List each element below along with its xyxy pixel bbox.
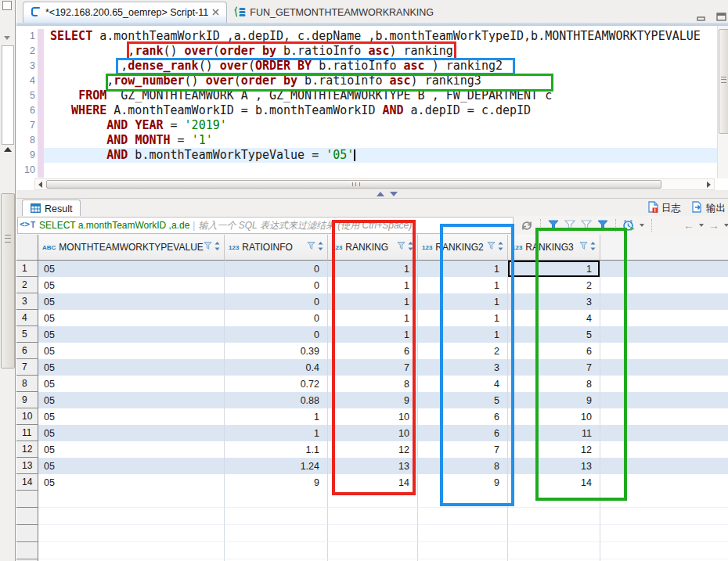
grid-cell[interactable]: 05 — [38, 293, 225, 310]
grid-cell[interactable] — [508, 508, 600, 525]
grid-cell[interactable]: 8 — [328, 376, 418, 392]
grid-cell[interactable]: 0.88 — [225, 392, 328, 408]
filter-edit-button[interactable] — [562, 218, 578, 233]
collapsed-view-icon[interactable] — [2, 1, 12, 10]
auto-refresh-dropdown-icon[interactable] — [640, 224, 644, 227]
sash-up-icon[interactable] — [377, 192, 384, 196]
grid-cell[interactable]: 9 — [328, 392, 418, 408]
scrollbar-thumb[interactable] — [46, 180, 661, 189]
grid-cell[interactable]: 1 — [225, 425, 328, 441]
row-header[interactable]: 9 — [16, 392, 38, 408]
grid-cell[interactable]: 1 — [225, 408, 328, 425]
grid-cell[interactable]: 1 — [328, 261, 418, 277]
grid-cell[interactable]: 05 — [38, 474, 225, 491]
grid-cell[interactable]: 1 — [328, 310, 418, 326]
editor-vertical-scrollbar[interactable] — [717, 26, 728, 178]
column-header-monthteamworktypevalue[interactable]: ABCMONTHTEAMWORKTYPEVALUE — [38, 235, 225, 261]
code-text[interactable]: SELECT a.monthTeamWorkID ,a.depID, c.dep… — [44, 29, 728, 44]
code-text[interactable] — [44, 163, 728, 178]
grid-corner-cell[interactable] — [16, 235, 38, 261]
code-text[interactable]: ,rank() over(order by b.ratioInfo asc) r… — [44, 44, 728, 59]
grid-cell[interactable]: 5 — [418, 392, 508, 408]
tab-sql-script[interactable]: *<192.168.200.65_oemrep> Script-11 — [23, 2, 227, 23]
code-text[interactable]: AND YEAR = '2019' — [44, 118, 728, 133]
grid-cell[interactable]: 0 — [225, 261, 328, 277]
grid-cell[interactable]: 11 — [508, 425, 600, 441]
grid-cell[interactable]: 1 — [328, 277, 418, 293]
grid-cell[interactable]: 4 — [418, 376, 508, 392]
grid-cell[interactable]: 9 — [508, 392, 600, 408]
grid-cell[interactable]: 05 — [38, 277, 225, 293]
grid-cell[interactable]: 05 — [38, 326, 225, 343]
grid-cell[interactable] — [418, 542, 508, 559]
grid-cell[interactable]: 0 — [225, 310, 328, 326]
minimize-icon[interactable] — [697, 10, 707, 24]
grid-cell[interactable]: 10 — [508, 408, 600, 425]
grid-cell[interactable]: 05 — [38, 343, 225, 359]
chevron-down-icon[interactable] — [4, 36, 10, 42]
grid-cell[interactable]: 9 — [418, 474, 508, 491]
grid-cell[interactable]: 05 — [38, 359, 225, 376]
grid-cell[interactable]: 5 — [508, 326, 600, 343]
grid-cell[interactable]: 10 — [328, 425, 418, 441]
grid-cell[interactable]: 1.24 — [225, 458, 328, 474]
next-dropdown-icon[interactable] — [724, 224, 728, 227]
grid-cell[interactable]: 4 — [508, 310, 600, 326]
scrollbar-thumb[interactable] — [719, 29, 728, 134]
next-arrow-icon[interactable]: → — [707, 219, 721, 232]
filter-sort-icon[interactable] — [579, 240, 596, 252]
code-line[interactable]: 3 ,dense_rank() over(ORDER BY b.ratioInf… — [16, 59, 728, 74]
grid-cell[interactable] — [225, 508, 328, 525]
code-text[interactable]: ,dense_rank() over(ORDER BY b.ratioInfo … — [44, 59, 728, 74]
row-header[interactable]: 14 — [16, 474, 38, 491]
grid-cell[interactable]: 1 — [508, 261, 600, 277]
row-header[interactable]: 1 — [16, 261, 38, 277]
grid-cell[interactable]: 0 — [225, 326, 328, 343]
row-header[interactable] — [16, 525, 38, 542]
grid-cell[interactable]: 0.39 — [225, 343, 328, 359]
grid-cell[interactable]: 1 — [418, 277, 508, 293]
row-header[interactable]: 11 — [16, 425, 38, 441]
grid-cell[interactable]: 1 — [418, 326, 508, 343]
row-header[interactable]: 4 — [16, 310, 38, 326]
row-header[interactable]: 3 — [16, 293, 38, 310]
grid-cell[interactable]: 05 — [38, 261, 225, 277]
left-scrollbar-track[interactable] — [2, 45, 14, 145]
column-header-ranking2[interactable]: 123RANKING2 — [418, 235, 508, 261]
filter-input[interactable]: <>T SELECT a.monthTeamWorkID ,a.de | 输入一… — [17, 217, 514, 234]
grid-cell[interactable]: 13 — [508, 458, 600, 474]
grid-cell[interactable]: 13 — [328, 458, 418, 474]
tab-result[interactable]: Result — [22, 200, 81, 218]
grid-cell[interactable]: 1 — [418, 261, 508, 277]
grid-cell[interactable] — [38, 525, 225, 542]
auto-refresh-button[interactable] — [621, 218, 636, 233]
code-line[interactable]: 2 ,rank() over(order by b.ratioInfo asc)… — [16, 44, 728, 59]
grid-cell[interactable]: 7 — [328, 359, 418, 376]
grid-cell[interactable] — [38, 508, 225, 525]
grid-cell[interactable]: 05 — [38, 441, 225, 458]
grid-cell[interactable]: 1 — [328, 326, 418, 343]
left-scrollbar-thumb[interactable] — [1, 193, 15, 369]
row-header[interactable]: 6 — [16, 343, 38, 359]
filter-remove-button[interactable] — [578, 218, 595, 233]
output-button[interactable]: 输出 — [692, 201, 726, 215]
grid-cell[interactable]: 05 — [38, 376, 225, 392]
filter-save-button[interactable] — [546, 218, 562, 233]
grid-cell[interactable]: 6 — [508, 343, 600, 359]
code-text[interactable]: FROM GZ_MONTHTEAMWORK A , GZ_MONTHTEAMWO… — [44, 88, 728, 103]
row-header[interactable] — [16, 491, 38, 508]
filter-sort-icon[interactable] — [307, 240, 324, 252]
sash-down-icon[interactable] — [390, 192, 398, 196]
maximize-icon[interactable] — [716, 10, 726, 24]
grid-cell[interactable]: 14 — [508, 474, 600, 491]
code-text[interactable]: WHERE A.monthTeamWorkID = b.monthTeamWor… — [44, 103, 728, 118]
grid-cell[interactable]: 1.1 — [225, 441, 328, 458]
grid-cell[interactable]: 0.4 — [225, 359, 328, 376]
grid-cell[interactable]: 0 — [225, 293, 328, 310]
scroll-up-arrow-icon[interactable] — [4, 147, 12, 152]
grid-cell[interactable]: 10 — [328, 408, 418, 425]
grid-cell[interactable]: 1 — [328, 293, 418, 310]
row-header[interactable]: 10 — [16, 408, 38, 425]
grid-cell[interactable] — [418, 525, 508, 542]
grid-cell[interactable]: 6 — [328, 343, 418, 359]
